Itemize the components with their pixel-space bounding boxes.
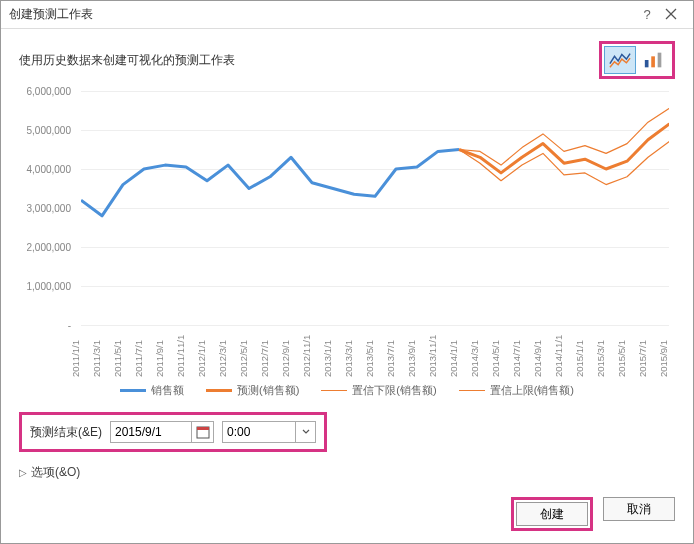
bar-chart-icon bbox=[643, 50, 665, 70]
dialog-subtitle: 使用历史数据来创建可视化的预测工作表 bbox=[19, 52, 599, 69]
line-chart-button[interactable] bbox=[604, 46, 636, 74]
forecast-end-time-field[interactable] bbox=[222, 421, 316, 443]
forecast-dialog: 创建预测工作表 ? 使用历史数据来创建可视化的预测工作表 bbox=[0, 0, 694, 544]
options-label: 选项(&O) bbox=[31, 465, 80, 479]
dialog-title: 创建预测工作表 bbox=[9, 6, 637, 23]
svg-rect-3 bbox=[651, 56, 655, 67]
time-dropdown-button[interactable] bbox=[295, 422, 315, 442]
legend-forecast: 预测(销售额) bbox=[206, 383, 299, 398]
options-expander[interactable]: ▷选项(&O) bbox=[19, 464, 675, 481]
plot-area bbox=[81, 91, 669, 325]
legend-upper: 置信上限(销售额) bbox=[459, 383, 574, 398]
create-button[interactable]: 创建 bbox=[516, 502, 588, 526]
legend-forecast-label: 预测(销售额) bbox=[237, 383, 299, 398]
forecast-end-label: 预测结束(&E) bbox=[30, 424, 102, 441]
chart-type-selector bbox=[599, 41, 675, 79]
forecast-end-date-input[interactable] bbox=[111, 425, 191, 439]
titlebar: 创建预测工作表 ? bbox=[1, 1, 693, 29]
svg-rect-4 bbox=[658, 53, 662, 68]
calendar-icon bbox=[196, 425, 210, 439]
legend-upper-label: 置信上限(销售额) bbox=[490, 383, 574, 398]
svg-rect-2 bbox=[645, 60, 649, 67]
legend-lower-label: 置信下限(销售额) bbox=[352, 383, 436, 398]
close-button[interactable] bbox=[657, 6, 685, 23]
x-axis: 2011/1/12011/3/12011/5/12011/7/12011/9/1… bbox=[81, 325, 669, 375]
dialog-footer: 创建 取消 bbox=[511, 497, 693, 543]
y-axis: -1,000,0002,000,0003,000,0004,000,0005,0… bbox=[19, 85, 77, 325]
forecast-end-date-field[interactable] bbox=[110, 421, 214, 443]
chart-preview: -1,000,0002,000,0003,000,0004,000,0005,0… bbox=[19, 85, 675, 375]
forecast-end-group: 预测结束(&E) bbox=[19, 412, 327, 452]
svg-rect-6 bbox=[197, 427, 209, 430]
expand-triangle-icon: ▷ bbox=[19, 467, 27, 478]
cancel-button[interactable]: 取消 bbox=[603, 497, 675, 521]
line-chart-icon bbox=[609, 50, 631, 70]
forecast-end-time-input[interactable] bbox=[223, 425, 295, 439]
chart-legend: 销售额 预测(销售额) 置信下限(销售额) 置信上限(销售额) bbox=[19, 383, 675, 398]
create-highlight: 创建 bbox=[511, 497, 593, 531]
chevron-down-icon bbox=[302, 429, 310, 435]
help-button[interactable]: ? bbox=[637, 7, 657, 22]
legend-sales-label: 销售额 bbox=[151, 383, 184, 398]
legend-lower: 置信下限(销售额) bbox=[321, 383, 436, 398]
calendar-button[interactable] bbox=[191, 422, 213, 442]
legend-sales: 销售额 bbox=[120, 383, 184, 398]
bar-chart-button[interactable] bbox=[638, 46, 670, 74]
